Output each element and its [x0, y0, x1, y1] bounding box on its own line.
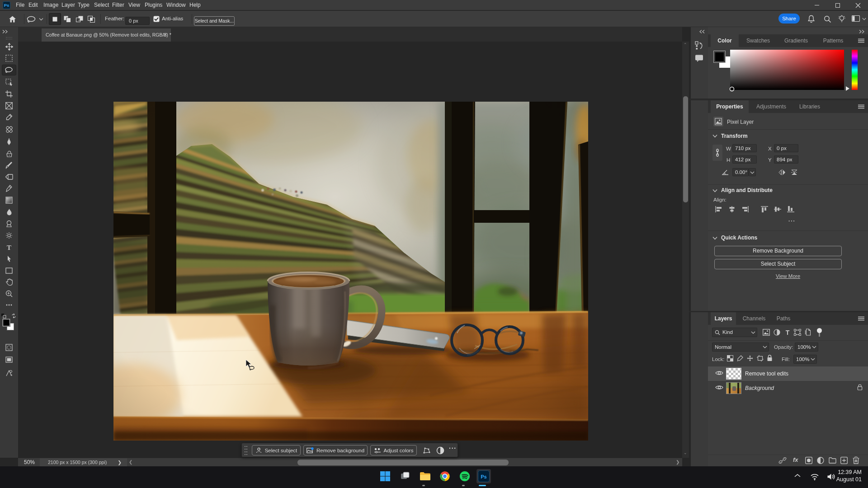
svg-text:Ps: Ps: [481, 474, 486, 479]
svg-text:T: T: [786, 329, 790, 336]
svg-text:T: T: [7, 244, 11, 251]
